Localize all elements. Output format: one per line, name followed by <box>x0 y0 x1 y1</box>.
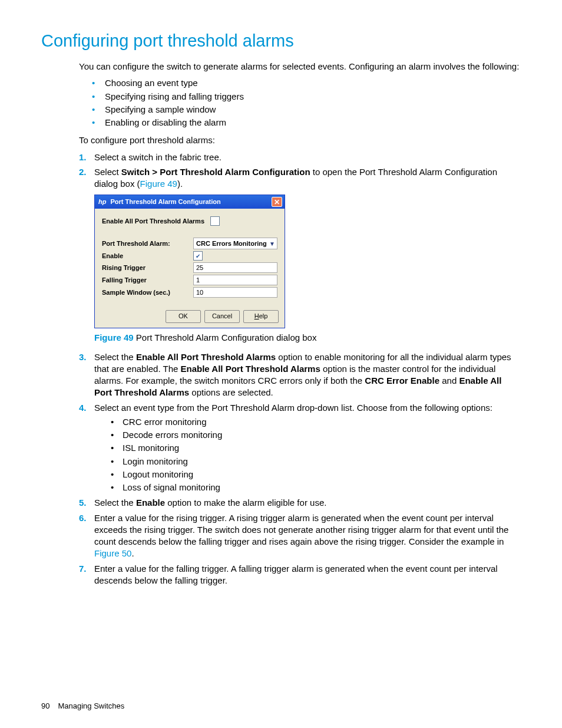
page-title: Configuring port threshold alarms <box>41 29 527 52</box>
close-button[interactable]: ✕ <box>272 197 282 207</box>
dialog-titlebar: hp Port Threshold Alarm Configuration ✕ <box>95 195 285 209</box>
enable-all-checkbox[interactable] <box>210 216 220 226</box>
procedure-steps: Select a switch in the fabric tree. Sele… <box>79 151 521 587</box>
option-name: Enable All Port Threshold Alarms <box>181 364 320 374</box>
procedure-lead: To configure port threshold alarms: <box>79 134 521 146</box>
text: options are selected. <box>189 387 273 397</box>
caption-text: Port Threshold Alarm Configuration dialo… <box>134 332 317 342</box>
ok-button[interactable]: OK <box>166 310 201 323</box>
text: and <box>439 375 459 386</box>
intro-text: You can configure the switch to generate… <box>79 61 521 73</box>
step-1: Select a switch in the fabric tree. <box>79 151 521 163</box>
text: Select <box>94 167 121 177</box>
alarm-type-select[interactable]: CRC Errors Monitoring ▼ <box>193 238 277 249</box>
dialog-title: hp Port Threshold Alarm Configuration <box>98 197 221 206</box>
list-item: Loss of signal monitoring <box>111 482 521 493</box>
text: Select an event type from the Port Thres… <box>94 403 492 413</box>
list-item: Decode errors monitoring <box>111 429 521 441</box>
falling-label: Falling Trigger <box>102 276 193 285</box>
step-7: Enter a value for the falling trigger. A… <box>79 563 521 587</box>
text: ). <box>177 179 183 189</box>
option-name: CRC Error Enable <box>365 375 439 386</box>
sample-label: Sample Window (sec.) <box>102 288 193 297</box>
text: Select the <box>94 498 136 508</box>
enable-all-label: Enable All Port Threshold Alarms <box>102 217 204 226</box>
step-4-options: CRC error monitoring Decode errors monit… <box>111 416 521 494</box>
list-item: Choosing an event type <box>92 77 521 89</box>
help-button[interactable]: Help <box>243 310 279 323</box>
step-5: Select the Enable option to make the ala… <box>79 497 521 509</box>
step-4: Select an event type from the Port Thres… <box>79 402 521 494</box>
cancel-button[interactable]: Cancel <box>204 310 240 323</box>
alarm-type-label: Port Threshold Alarm: <box>102 239 193 248</box>
enable-label: Enable <box>102 252 193 261</box>
figure-link[interactable]: Figure 50 <box>94 548 131 558</box>
option-name: Enable <box>136 498 165 508</box>
list-item: Specifying a sample window <box>92 104 521 116</box>
chevron-down-icon: ▼ <box>267 240 277 248</box>
text: Select the <box>94 352 136 362</box>
dialog-body: Enable All Port Threshold Alarms Port Th… <box>95 209 285 305</box>
hp-logo-icon: hp <box>98 198 106 205</box>
option-name: Enable All Port Threshold Alarms <box>136 352 276 362</box>
step-6: Enter a value for the rising trigger. A … <box>79 512 521 560</box>
figure-link[interactable]: Figure 49 <box>140 179 177 189</box>
step-3: Select the Enable All Port Threshold Ala… <box>79 351 521 399</box>
list-item: Specifying rising and falling triggers <box>92 91 521 103</box>
intro-bullets: Choosing an event type Specifying rising… <box>92 77 521 129</box>
dialog-box: hp Port Threshold Alarm Configuration ✕ … <box>94 195 285 328</box>
text: Enter a value for the rising trigger. A … <box>94 513 508 547</box>
caption-label: Figure 49 <box>94 332 134 342</box>
text: . <box>131 548 134 558</box>
figure-caption: Figure 49 Port Threshold Alarm Configura… <box>94 332 521 344</box>
list-item: Enabling or disabling the alarm <box>92 117 521 129</box>
step-2: Select Switch > Port Threshold Alarm Con… <box>79 166 521 344</box>
body-content: You can configure the switch to generate… <box>79 61 521 587</box>
list-item: Logout monitoring <box>111 469 521 480</box>
rising-input[interactable]: 25 <box>193 262 277 273</box>
menu-path: Switch > Port Threshold Alarm Configurat… <box>121 167 310 177</box>
falling-input[interactable]: 1 <box>193 275 277 285</box>
list-item: ISL monitoring <box>111 442 521 454</box>
list-item: CRC error monitoring <box>111 416 521 428</box>
page-footer: 90Managing Switches <box>41 701 124 711</box>
page-number: 90 <box>41 701 49 710</box>
text: option to make the alarm eligible for us… <box>165 498 326 508</box>
dialog-buttons: OK Cancel Help <box>95 305 285 328</box>
list-item: Login monitoring <box>111 456 521 467</box>
enable-checkbox[interactable]: ✔ <box>193 251 203 261</box>
rising-label: Rising Trigger <box>102 263 193 272</box>
chapter-name: Managing Switches <box>58 701 124 710</box>
select-value: CRC Errors Monitoring <box>196 239 267 248</box>
sample-input[interactable]: 10 <box>193 287 277 298</box>
